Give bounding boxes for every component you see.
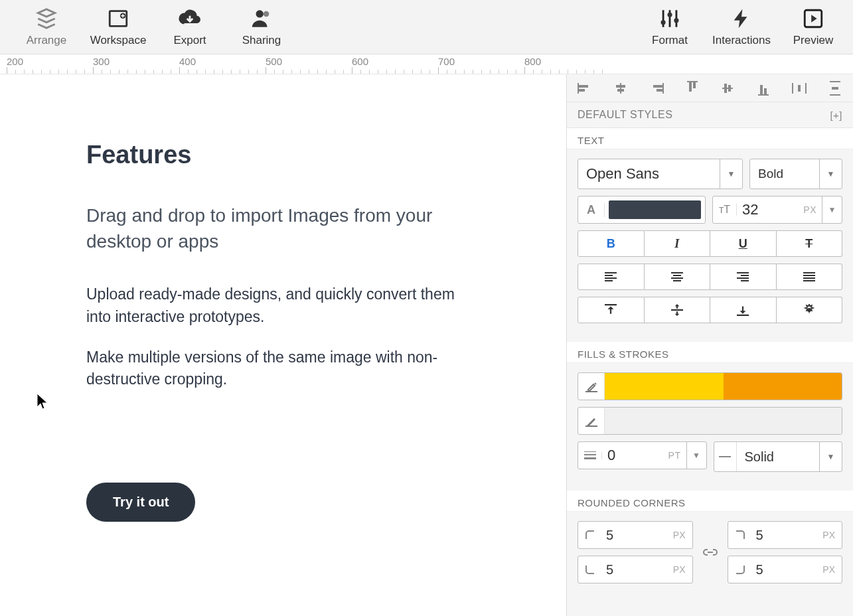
stroke-style-select[interactable]: Solid ▼ (714, 441, 843, 472)
corner-tl-value: 5 (602, 528, 666, 543)
corner-tr-field[interactable]: 5 PX (728, 521, 843, 549)
corner-bl-icon (578, 564, 602, 575)
font-size-field[interactable]: тT 32 PX ▼ (712, 196, 842, 224)
svg-rect-18 (689, 82, 692, 92)
corner-br-value: 5 (752, 562, 816, 578)
align-bottom-icon[interactable] (755, 82, 772, 95)
format-button[interactable]: Format (643, 7, 696, 47)
svg-rect-13 (617, 89, 624, 92)
svg-rect-16 (657, 89, 662, 92)
align-right-icon[interactable] (648, 82, 665, 95)
export-button[interactable]: Export (163, 7, 216, 47)
corner-tl-field[interactable]: 5 PX (578, 521, 693, 549)
corner-bl-value: 5 (602, 562, 666, 578)
stroke-color-field[interactable] (578, 407, 842, 435)
align-center-v-icon[interactable] (719, 82, 736, 95)
features-subtitle[interactable]: Drag and drop to import Images from your… (86, 202, 498, 254)
stroke-style-value: Solid (737, 449, 820, 465)
preview-button[interactable]: Preview (787, 7, 840, 47)
svg-rect-26 (792, 83, 793, 94)
interactions-button[interactable]: Interactions (715, 7, 768, 47)
align-top-icon[interactable] (684, 82, 701, 95)
horizontal-ruler: 200300400500600700800 (0, 54, 853, 74)
alignment-row (567, 74, 853, 102)
features-body2[interactable]: Make multiple versions of the same image… (86, 346, 458, 391)
font-weight-select[interactable]: Bold ▼ (749, 159, 842, 189)
svg-rect-31 (832, 87, 838, 90)
text-color-label: A (578, 203, 605, 217)
corner-br-field[interactable]: 5 PX (728, 556, 843, 583)
corner-tr-value: 5 (752, 528, 816, 543)
svg-rect-10 (579, 89, 585, 92)
fill-icon (578, 373, 605, 400)
default-styles-label: DEFAULT STYLES (578, 109, 672, 121)
default-styles-header: DEFAULT STYLES [+] (567, 102, 853, 128)
italic-button[interactable]: I (645, 230, 711, 257)
corner-unit: PX (816, 564, 842, 575)
features-title[interactable]: Features (86, 141, 540, 169)
svg-rect-27 (805, 83, 807, 94)
align-left-icon[interactable] (576, 82, 593, 95)
font-weight-value: Bold (750, 167, 819, 181)
workspace-button[interactable]: Workspace (92, 7, 145, 47)
cursor-icon (37, 393, 50, 414)
vertical-align-top-button[interactable] (578, 297, 645, 323)
distribute-h-icon[interactable] (791, 82, 808, 95)
chevron-down-icon: ▼ (720, 159, 742, 189)
strikethrough-button[interactable]: T (777, 230, 843, 257)
svg-rect-32 (605, 304, 617, 305)
text-color-field[interactable]: A (578, 196, 706, 224)
vertical-align-middle-button[interactable] (645, 297, 711, 323)
svg-rect-11 (620, 83, 621, 94)
format-label: Format (652, 34, 688, 47)
fill-swatch-1 (605, 373, 724, 400)
vertical-align-bottom-button[interactable] (710, 297, 777, 323)
stroke-width-unit: PT (663, 450, 686, 461)
distribute-v-icon[interactable] (826, 82, 844, 95)
format-panel: DEFAULT STYLES [+] TEXT Open Sans ▼ Bold… (566, 74, 853, 616)
font-size-icon: тT (713, 204, 737, 216)
canvas-area[interactable]: Features Drag and drop to import Images … (0, 74, 566, 616)
link-corners-button[interactable] (701, 545, 720, 560)
arrange-button[interactable]: Arrange (20, 7, 73, 47)
ruler-mark: 700 (438, 56, 455, 67)
features-body1[interactable]: Upload ready-made designs, and quickly c… (86, 283, 458, 328)
svg-rect-37 (585, 425, 597, 427)
bold-button[interactable]: B (578, 230, 645, 257)
text-align-left-button[interactable] (578, 264, 645, 290)
text-align-center-button[interactable] (645, 264, 711, 290)
svg-rect-41 (719, 456, 731, 457)
text-align-justify-button[interactable] (777, 264, 843, 290)
text-color-swatch (609, 200, 701, 219)
svg-rect-23 (758, 94, 769, 96)
svg-rect-19 (693, 82, 696, 88)
stroke-icon (578, 408, 605, 434)
stroke-width-field[interactable]: 0 PT ▼ (578, 441, 707, 469)
underline-button[interactable]: U (710, 230, 777, 257)
svg-rect-14 (662, 83, 664, 94)
text-align-right-button[interactable] (710, 264, 777, 290)
svg-rect-12 (616, 85, 625, 88)
svg-rect-28 (798, 85, 801, 92)
corner-br-icon (728, 564, 752, 575)
svg-rect-21 (724, 84, 727, 93)
svg-rect-15 (653, 85, 662, 88)
svg-point-6 (674, 18, 678, 23)
export-label: Export (173, 34, 206, 47)
sharing-button[interactable]: Sharing (235, 7, 288, 47)
chevron-down-icon: ▼ (819, 159, 842, 189)
corner-tl-icon (578, 530, 602, 540)
cta-button[interactable]: Try it out (86, 483, 195, 522)
preview-label: Preview (793, 34, 833, 47)
svg-rect-24 (760, 85, 763, 94)
align-center-h-icon[interactable] (612, 82, 629, 95)
corner-unit: PX (816, 530, 842, 540)
add-style-button[interactable]: [+] (830, 110, 842, 121)
corner-bl-field[interactable]: 5 PX (578, 556, 693, 583)
chevron-down-icon: ▼ (822, 196, 842, 223)
font-family-select[interactable]: Open Sans ▼ (578, 159, 743, 189)
stroke-swatch (605, 408, 842, 434)
fill-color-field[interactable] (578, 372, 842, 400)
chevron-down-icon: ▼ (686, 442, 706, 469)
text-settings-button[interactable] (777, 297, 843, 323)
